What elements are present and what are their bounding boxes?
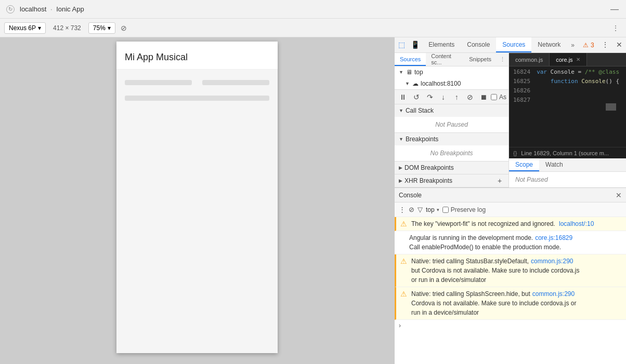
device-selector[interactable]: Nexus 6P ▾ xyxy=(4,22,46,34)
call-stack-section: ▼ Call Stack Not Paused xyxy=(395,104,508,133)
warn-icon: ⚠ xyxy=(583,42,589,49)
device-name: Nexus 6P xyxy=(9,24,36,32)
xhr-bp-label: XHR Breakpoints xyxy=(405,177,452,184)
device-viewport: Mi App Musical xyxy=(0,37,394,364)
devtools-panel: ⬚ 📱 Elements Console Sources Network » ⚠… xyxy=(394,37,626,364)
msg-link-3[interactable]: common.js:290 xyxy=(531,258,573,265)
console-clear-icon[interactable]: ⊘ xyxy=(409,206,414,213)
console-title: Console xyxy=(399,192,422,199)
code-lines: 16824 var Console = /** @class 16825 fun… xyxy=(509,66,626,119)
tree-item-localhost[interactable]: ▼ ☁ localhost:8100 xyxy=(395,78,508,89)
msg-text-2: Angular is running in the development mo… xyxy=(399,233,622,252)
zoom-selector[interactable]: 75% ▾ xyxy=(88,22,115,34)
resume-button[interactable]: ↺ xyxy=(410,91,423,103)
code-tab-bar: common.js core.js ✕ xyxy=(509,53,626,66)
devtools-more-tabs[interactable]: » xyxy=(567,37,579,52)
breakpoints-section: ▼ Breakpoints No Breakpoints xyxy=(395,133,508,161)
devtools-close-button[interactable]: ✕ xyxy=(612,37,626,52)
dom-bp-arrow: ▶ xyxy=(399,165,402,170)
msg-text-1: The key "viewport-fit" is not recognized… xyxy=(411,219,622,228)
subtab-more[interactable]: ⋮ xyxy=(497,53,508,66)
xhr-bp-arrow: ▶ xyxy=(399,178,402,183)
tree-item-top[interactable]: ▼ 🖥 top xyxy=(395,66,508,78)
subtab-sources[interactable]: Sources xyxy=(395,53,426,66)
tree-label-localhost: localhost:8100 xyxy=(421,80,461,87)
scope-not-paused: Not Paused xyxy=(515,176,548,183)
tab-sources[interactable]: Sources xyxy=(496,37,531,52)
deactivate-button[interactable]: ⊘ xyxy=(464,91,476,103)
step-out-button[interactable]: ↑ xyxy=(450,91,463,103)
tree-icon-localhost: ☁ xyxy=(412,80,419,87)
device-toolbar: Nexus 6P ▾ 412 × 732 75% ▾ ⊘ ⋮ xyxy=(0,19,626,37)
call-stack-header[interactable]: ▼ Call Stack xyxy=(395,104,508,117)
msg-link-4[interactable]: common.js:290 xyxy=(532,290,575,298)
prompt-arrow-icon: › xyxy=(399,322,401,329)
code-editor[interactable]: 16824 var Console = /** @class 16825 fun… xyxy=(509,66,626,147)
tree-label-top: top xyxy=(414,69,423,76)
minimize-button[interactable]: — xyxy=(609,4,620,15)
console-context-selector[interactable]: top ▾ xyxy=(426,206,439,213)
app-title: Mi App Musical xyxy=(125,52,269,63)
zoom-level: 75% xyxy=(93,24,106,32)
breakpoints-content: No Breakpoints xyxy=(395,145,508,161)
watch-tab[interactable]: Watch xyxy=(539,158,569,171)
main-area: Mi App Musical xyxy=(0,37,626,364)
skeleton-row-1 xyxy=(125,80,269,90)
add-xhr-breakpoint-button[interactable]: + xyxy=(495,176,504,185)
dom-breakpoints-header[interactable]: ▶ DOM Breakpoints xyxy=(395,161,508,174)
step-over-button[interactable]: ↷ xyxy=(424,91,436,103)
code-line-16827: 16827 xyxy=(509,97,626,117)
tab-elements[interactable]: Elements xyxy=(422,37,461,52)
breakpoints-header[interactable]: ▼ Breakpoints xyxy=(395,133,508,145)
subtab-snippets[interactable]: Snippets xyxy=(464,53,497,66)
no-touch-icon[interactable]: ⊘ xyxy=(119,23,129,33)
tab-network[interactable]: Network xyxy=(531,37,567,52)
code-tab-close-icon[interactable]: ✕ xyxy=(576,57,580,62)
tab-console[interactable]: Console xyxy=(461,37,496,52)
skeleton-row-2 xyxy=(125,96,269,106)
code-line-16825: 16825 function Console() { xyxy=(509,78,626,87)
code-tab-commonjs[interactable]: common.js xyxy=(509,53,550,66)
preserve-log-area: Preserve log xyxy=(442,206,486,213)
more-debug-button[interactable]: ⏹ xyxy=(477,91,490,103)
xhr-breakpoints-header[interactable]: ▶ XHR Breakpoints + xyxy=(395,174,508,187)
dimension-display: 412 × 732 xyxy=(53,24,81,32)
console-close-button[interactable]: ✕ xyxy=(616,191,622,199)
msg-link-2[interactable]: core.js:16829 xyxy=(535,234,572,241)
console-msg-4: ⚠ Native: tried calling SplashScreen.hid… xyxy=(395,287,626,320)
step-into-button[interactable]: ↓ xyxy=(437,91,450,103)
call-stack-status: Not Paused xyxy=(435,121,468,128)
subtab-content-scripts[interactable]: Content sc... xyxy=(426,53,464,66)
devtools-warning-count[interactable]: ⚠ 3 xyxy=(579,37,598,52)
tree-arrow-localhost: ▼ xyxy=(405,81,410,86)
toolbar-more-button[interactable]: ⋮ xyxy=(609,22,622,34)
scope-tab[interactable]: Scope xyxy=(509,158,539,171)
console-panel: Console ✕ ⋮ ⊘ ▽ top ▾ Preserve lo xyxy=(395,187,626,364)
code-tab-corejs[interactable]: core.js ✕ xyxy=(550,53,586,66)
console-more-icon[interactable]: ⋮ xyxy=(399,206,406,213)
console-toolbar: ⋮ ⊘ ▽ top ▾ Preserve log xyxy=(395,203,626,217)
app-header: Mi App Musical xyxy=(116,42,278,70)
console-filter-icon[interactable]: ▽ xyxy=(418,206,423,213)
breakpoints-label: Breakpoints xyxy=(406,136,438,143)
devtools-tab-bar: ⬚ 📱 Elements Console Sources Network » ⚠… xyxy=(395,37,626,53)
async-label: As xyxy=(499,93,506,101)
console-prompt: › xyxy=(395,320,626,331)
console-input[interactable] xyxy=(404,322,622,329)
sources-right-panel: common.js core.js ✕ 16824 xyxy=(509,53,626,187)
device-dropdown-icon: ▾ xyxy=(38,24,41,32)
device-mode-icon[interactable]: 📱 xyxy=(409,37,423,52)
pause-button[interactable]: ⏸ xyxy=(397,91,409,103)
inspector-icon[interactable]: ⬚ xyxy=(395,37,409,52)
call-stack-content: Not Paused xyxy=(395,117,508,132)
async-checkbox[interactable] xyxy=(491,94,497,100)
devtools-menu-button[interactable]: ⋮ xyxy=(598,37,612,52)
warn-icon-4: ⚠ xyxy=(400,290,407,298)
skeleton-line-2 xyxy=(202,80,269,85)
reload-icon[interactable]: ↻ xyxy=(6,5,15,14)
preserve-log-checkbox[interactable] xyxy=(442,207,449,213)
debug-sections: ⏸ ↺ ↷ ↓ ↑ ⊘ ⏹ As xyxy=(395,89,508,187)
msg-link-1[interactable]: localhost/:10 xyxy=(559,220,594,227)
code-line-16824: 16824 var Console = /** @class xyxy=(509,69,626,78)
tree-arrow-top: ▼ xyxy=(399,70,404,75)
